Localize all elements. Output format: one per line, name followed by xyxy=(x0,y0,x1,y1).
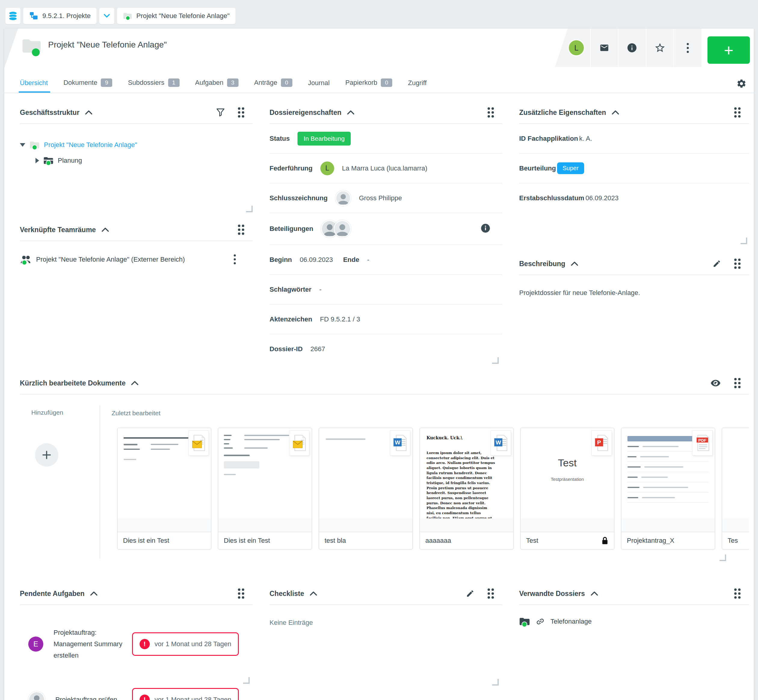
property-row-rating: Beurteilung Super xyxy=(519,154,749,183)
collapse-chevron-icon[interactable] xyxy=(571,261,578,266)
resize-handle[interactable] xyxy=(719,555,726,561)
resize-handle[interactable] xyxy=(243,677,250,684)
participants-info-button[interactable] xyxy=(481,223,490,234)
resize-handle[interactable] xyxy=(246,206,253,212)
tab-zugriff[interactable]: Zugriff xyxy=(408,79,426,93)
home-database-button[interactable] xyxy=(5,8,20,24)
overdue-badge: ! vor 1 Monat und 28 Tagen xyxy=(132,632,239,656)
alert-icon: ! xyxy=(139,639,150,649)
property-row-participants: Beteiligungen xyxy=(269,213,502,245)
tree-collapsed-icon[interactable] xyxy=(36,158,39,163)
collapse-chevron-icon[interactable] xyxy=(310,591,317,596)
tree-item-label: Projekt "Neue Telefonie Anlage" xyxy=(44,141,137,149)
tab-antraege[interactable]: Anträge0 xyxy=(254,78,292,93)
due-text: vor 1 Monat und 28 Tagen xyxy=(155,640,231,648)
collapse-chevron-icon[interactable] xyxy=(347,110,355,115)
gear-icon xyxy=(736,78,747,89)
dossier-tab[interactable]: Projekt "Neue Telefonie Anlage" xyxy=(117,8,235,24)
collapse-chevron-icon[interactable] xyxy=(85,110,92,115)
document-name: Tes xyxy=(728,537,738,545)
preview-title: Test xyxy=(521,457,614,469)
teamroom-item[interactable]: Projekt "Neue Telefonie Anlage" (Externe… xyxy=(20,255,253,264)
property-row-dates: Beginn 06.09.2023 Ende - xyxy=(269,245,502,275)
drag-handle-icon[interactable] xyxy=(238,107,244,117)
panel-title: Zusätzliche Eigenschaften xyxy=(519,109,606,117)
last-edited-label: Zuletzt bearbeitet xyxy=(111,409,160,417)
avatar xyxy=(28,691,45,700)
edit-pencil-icon[interactable] xyxy=(466,589,475,598)
settings-button[interactable] xyxy=(736,78,747,90)
mail-button[interactable] xyxy=(591,28,618,67)
add-button[interactable]: + xyxy=(708,36,750,64)
document-preview xyxy=(218,428,312,532)
corner-notch xyxy=(4,28,18,68)
document-card[interactable]: W test bla xyxy=(318,428,413,550)
preview-text: Lorem ipsum dolor sit amet, consectetur … xyxy=(426,450,495,530)
drag-handle-icon[interactable] xyxy=(734,259,741,269)
svg-text:P: P xyxy=(597,439,601,445)
document-card[interactable]: Dies ist ein Test xyxy=(117,428,211,550)
email-file-icon xyxy=(289,431,309,455)
tree-item-project[interactable]: Projekt "Neue Telefonie Anlage" xyxy=(20,137,253,153)
tab-dropdown-button[interactable] xyxy=(99,8,114,24)
add-document-button[interactable] xyxy=(35,443,58,467)
document-card[interactable]: Test Testpräsentation P Test xyxy=(520,428,614,550)
drag-handle-icon[interactable] xyxy=(734,378,741,388)
document-preview xyxy=(117,428,211,532)
collapse-chevron-icon[interactable] xyxy=(101,227,109,232)
tree-item-planung[interactable]: Planung xyxy=(36,153,253,169)
drag-handle-icon[interactable] xyxy=(734,588,741,598)
status-dot xyxy=(46,160,51,166)
drag-handle-icon[interactable] xyxy=(488,107,494,117)
task-row[interactable]: Projektauftrag prüfen ! vor 1 Monat und … xyxy=(20,677,253,700)
collapse-chevron-icon[interactable] xyxy=(90,591,98,596)
property-row-keywords: Schlagwörter - xyxy=(269,275,502,305)
collapse-chevron-icon[interactable] xyxy=(131,381,139,386)
collapse-chevron-icon[interactable] xyxy=(611,110,619,115)
related-dossier-item[interactable]: Telefonanlage xyxy=(519,617,749,626)
mail-icon xyxy=(598,43,610,53)
tab-dokumente[interactable]: Dokumente9 xyxy=(63,78,113,93)
favorite-button[interactable] xyxy=(647,28,674,67)
property-row-first-completion: Erstabschlussdatum 06.09.2023 xyxy=(519,183,749,212)
page-title: Projekt "Neue Telefonie Anlage" xyxy=(48,40,167,50)
workspace-tab[interactable]: 9.5.2.1. Projekte xyxy=(23,8,97,24)
tab-journal[interactable]: Journal xyxy=(308,79,330,93)
participant-avatars[interactable] xyxy=(321,220,351,238)
user-avatar[interactable]: L xyxy=(555,28,590,67)
avatar: L xyxy=(568,39,585,56)
collapse-chevron-icon[interactable] xyxy=(590,591,598,596)
drag-handle-icon[interactable] xyxy=(238,588,244,598)
resize-handle[interactable] xyxy=(741,238,747,244)
panel-title: Beschreibung xyxy=(519,260,565,268)
document-preview: Kuckuck. Uck.\ Lorem ipsum dolor sit ame… xyxy=(420,428,513,532)
document-card[interactable]: Tes xyxy=(722,428,749,550)
eye-icon[interactable] xyxy=(710,379,721,387)
email-file-icon xyxy=(189,431,208,455)
more-menu-button[interactable] xyxy=(674,28,702,67)
panel-title: Kürzlich bearbeitete Dokumente xyxy=(20,379,125,387)
structure-icon xyxy=(29,11,38,20)
drag-handle-icon[interactable] xyxy=(488,588,494,598)
property-row-app-id: ID Fachapplikation k. A. xyxy=(519,124,749,154)
drag-handle-icon[interactable] xyxy=(734,107,741,117)
svg-text:W: W xyxy=(395,439,401,445)
info-button[interactable] xyxy=(619,28,646,67)
kebab-icon[interactable] xyxy=(234,255,236,264)
document-card[interactable]: Dies ist ein Test xyxy=(218,428,312,550)
resize-handle[interactable] xyxy=(492,679,499,686)
property-row-lead: Federführung L La Marra Luca (luca.lamar… xyxy=(269,154,502,183)
workspace-tab-label: 9.5.2.1. Projekte xyxy=(42,12,91,20)
filter-icon[interactable] xyxy=(216,108,225,117)
edit-pencil-icon[interactable] xyxy=(713,259,721,268)
tab-aufgaben[interactable]: Aufgaben3 xyxy=(195,78,238,93)
tab-papierkorb[interactable]: Papierkorb0 xyxy=(345,78,392,93)
task-row[interactable]: E Projektauftrag: Management Summary ers… xyxy=(20,615,253,673)
tree-expanded-icon[interactable] xyxy=(20,143,25,147)
document-card[interactable]: Kuckuck. Uck.\ Lorem ipsum dolor sit ame… xyxy=(419,428,514,550)
tab-uebersicht[interactable]: Übersicht xyxy=(20,79,48,93)
resize-handle[interactable] xyxy=(492,357,499,364)
document-card[interactable]: PDF Projektantrag_X xyxy=(621,428,715,550)
drag-handle-icon[interactable] xyxy=(238,225,244,235)
tab-subdossiers[interactable]: Subdossiers1 xyxy=(128,78,179,93)
